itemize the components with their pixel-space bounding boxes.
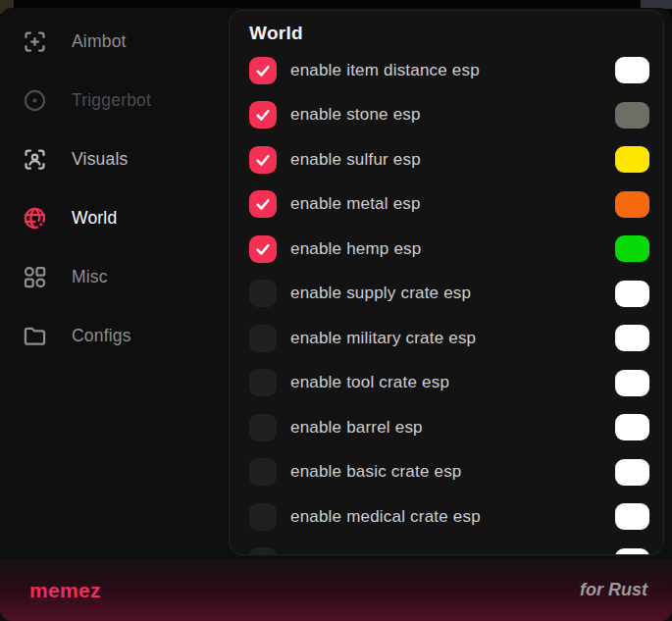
setting-checkbox[interactable] (249, 369, 277, 396)
color-swatch[interactable] (615, 325, 649, 351)
sidebar-item-label: World (72, 208, 117, 229)
setting-label: enable military crate esp (290, 329, 476, 348)
setting-row: enable barrel esp (249, 405, 649, 450)
circle-dot-icon (22, 87, 48, 114)
sidebar-item-label: Misc (72, 267, 108, 287)
world-settings-panel: World enable item distance esp enable st… (229, 10, 664, 555)
check-icon (254, 62, 272, 79)
sidebar-item-configs[interactable]: Configs (0, 306, 229, 365)
color-swatch[interactable] (615, 57, 649, 83)
folder-icon (22, 323, 48, 349)
check-icon (254, 151, 272, 169)
setting-label: enable supply crate esp (290, 284, 471, 303)
setting-row: enable medical crate esp (249, 494, 649, 540)
color-swatch[interactable] (615, 146, 649, 173)
setting-checkbox[interactable] (249, 101, 277, 129)
color-swatch[interactable] (615, 102, 649, 129)
color-swatch[interactable] (615, 235, 649, 262)
setting-label: enable metal esp (290, 194, 421, 214)
brand-name: memez (29, 579, 101, 602)
setting-row: enable military crate esp (249, 316, 649, 361)
setting-label: enable item distance esp (290, 61, 480, 80)
setting-row: enable sulfur esp (249, 137, 649, 182)
sidebar-item-triggerbot[interactable]: Triggerbot (0, 71, 229, 129)
setting-checkbox[interactable] (249, 146, 277, 174)
setting-label: enable stone esp (290, 105, 421, 125)
setting-checkbox[interactable] (249, 325, 277, 352)
sidebar-item-visuals[interactable]: Visuals (0, 129, 229, 188)
sidebar-item-world[interactable]: World (0, 188, 229, 247)
setting-row: enable supply crate esp (249, 272, 649, 317)
sidebar-item-misc[interactable]: Misc (0, 247, 229, 306)
sidebar: Aimbot Triggerbot Visuals (0, 8, 229, 557)
setting-label: enable sulfur esp (290, 150, 421, 170)
setting-checkbox[interactable] (249, 57, 277, 84)
color-swatch[interactable] (615, 548, 649, 555)
setting-row: enable hemp esp (249, 227, 649, 272)
setting-label: enable tool crate esp (290, 373, 449, 392)
check-icon (254, 240, 272, 258)
check-icon (254, 106, 272, 124)
sidebar-item-label: Aimbot (72, 31, 127, 52)
settings-list: enable item distance esp enable stone es… (249, 48, 649, 555)
setting-row: enable item distance esp (249, 48, 649, 93)
setting-label: enable medical crate esp (290, 507, 481, 527)
cheat-menu-window: Aimbot Triggerbot Visuals (0, 8, 672, 621)
user-scan-icon (22, 146, 48, 173)
setting-row: enable basic crate esp (249, 450, 649, 495)
panel-title: World (249, 22, 649, 45)
brand-suffix: for Rust (580, 580, 647, 600)
setting-row: enable metal esp (249, 182, 649, 228)
color-swatch[interactable] (615, 370, 649, 396)
globe-star-icon (22, 205, 48, 232)
setting-row: enable stone esp (249, 93, 649, 138)
color-swatch[interactable] (615, 191, 649, 218)
setting-row (249, 540, 649, 556)
sidebar-item-label: Triggerbot (72, 90, 151, 111)
setting-checkbox[interactable] (249, 414, 277, 441)
color-swatch[interactable] (615, 281, 649, 307)
grid-shapes-icon (22, 264, 48, 290)
color-swatch[interactable] (615, 459, 649, 486)
sidebar-item-label: Visuals (72, 149, 129, 170)
sidebar-item-aimbot[interactable]: Aimbot (0, 12, 229, 71)
setting-label: enable barrel esp (290, 418, 423, 438)
crosshair-scan-icon (22, 28, 48, 55)
setting-checkbox[interactable] (249, 503, 277, 531)
setting-row: enable tool crate esp (249, 361, 649, 406)
setting-checkbox[interactable] (249, 190, 277, 218)
setting-label: enable basic crate esp (290, 462, 462, 482)
footer-bar: memez for Rust (0, 559, 672, 621)
setting-label: enable hemp esp (290, 239, 421, 259)
setting-checkbox[interactable] (249, 547, 277, 555)
setting-checkbox[interactable] (249, 458, 277, 486)
setting-checkbox[interactable] (249, 235, 277, 263)
check-icon (254, 195, 272, 213)
setting-checkbox[interactable] (249, 280, 277, 307)
sidebar-item-label: Configs (72, 326, 131, 346)
color-swatch[interactable] (615, 414, 649, 440)
color-swatch[interactable] (615, 503, 649, 530)
